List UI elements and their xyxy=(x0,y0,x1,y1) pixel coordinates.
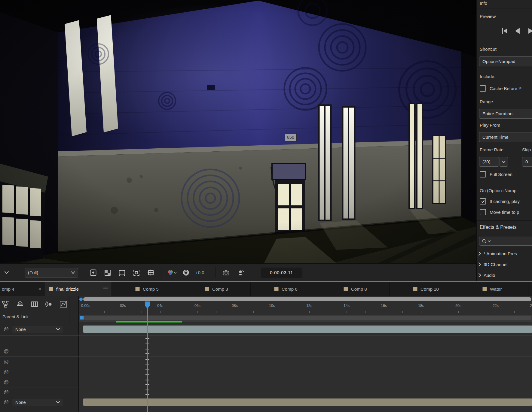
tab-comp8[interactable]: Comp 8 xyxy=(320,282,390,296)
tab-comp10[interactable]: Comp 10 xyxy=(390,282,459,296)
comp-swatch-icon xyxy=(49,287,53,291)
pick-whip-icon[interactable]: @ xyxy=(4,369,9,375)
move-time-label: Move time to p xyxy=(490,210,519,215)
chevron-right-icon xyxy=(478,262,481,266)
shy-layers-icon xyxy=(16,300,24,308)
frame-blending-button[interactable] xyxy=(31,300,38,308)
layer-row[interactable]: @ None xyxy=(0,323,532,336)
pick-whip-icon[interactable]: @ xyxy=(4,389,9,395)
full-screen-checkbox[interactable] xyxy=(480,171,486,177)
tab-comp5[interactable]: Comp 5 xyxy=(112,282,181,296)
resolution-dropdown[interactable]: (Full) xyxy=(25,268,78,277)
exposure-button[interactable] xyxy=(180,268,192,278)
close-icon[interactable]: × xyxy=(38,286,41,292)
comp-swatch-icon xyxy=(482,287,487,291)
previous-frame-button[interactable] xyxy=(514,27,521,35)
work-area-start-handle[interactable] xyxy=(80,316,84,320)
tab-comp4[interactable]: omp 4 × xyxy=(0,282,45,296)
timeline-body: Parent & Link 0:00s 02s 04s 06s 08s 10s … xyxy=(0,296,532,412)
chevron-down-icon xyxy=(56,401,60,403)
if-caching-checkbox[interactable] xyxy=(480,198,486,204)
pick-whip-icon[interactable]: @ xyxy=(4,379,9,385)
show-snapshot-button[interactable] xyxy=(235,268,246,278)
pick-whip-icon[interactable]: @ xyxy=(4,399,9,405)
ruler-tick: 10s xyxy=(269,304,275,308)
ruler-tick: 18s xyxy=(418,304,424,308)
layer-duration-bar[interactable] xyxy=(83,326,532,333)
frame-rate-dropdown[interactable]: (30) xyxy=(479,157,499,167)
layer-row[interactable]: @ xyxy=(0,367,532,377)
comp-swatch-icon xyxy=(274,287,279,291)
fast-previews-button[interactable] xyxy=(87,268,99,278)
preview-panel-title[interactable]: Preview xyxy=(480,14,496,19)
ruler-tick: 12s xyxy=(306,304,312,308)
time-navigator-bar[interactable] xyxy=(83,297,531,301)
graph-editor-button[interactable] xyxy=(60,300,67,308)
work-area-bar[interactable] xyxy=(83,316,531,320)
chevron-down-icon xyxy=(71,271,75,274)
shortcut-dropdown[interactable]: Option+Numpad xyxy=(479,56,532,66)
group-animation-presets[interactable]: * Animation Pres xyxy=(478,251,517,256)
tab-comp6[interactable]: Comp 6 xyxy=(251,282,320,296)
first-frame-button[interactable] xyxy=(501,27,509,35)
preview-transport xyxy=(501,27,532,35)
effects-presets-title[interactable]: Effects & Presets xyxy=(480,225,516,230)
pick-whip-icon[interactable]: @ xyxy=(4,348,9,354)
composition-view[interactable]: 850 xyxy=(0,0,476,263)
info-panel-title[interactable]: Info xyxy=(480,1,487,6)
pick-whip-icon[interactable]: @ xyxy=(4,359,9,365)
layer-row[interactable]: @ xyxy=(0,387,532,397)
grid-guides-button[interactable] xyxy=(145,268,157,278)
play-from-dropdown[interactable]: Current Time xyxy=(479,132,532,142)
divider xyxy=(307,267,307,278)
mini-flowchart-button[interactable] xyxy=(2,300,10,308)
play-from-label: Play From xyxy=(480,123,500,128)
channel-settings-button[interactable] xyxy=(166,268,177,278)
layer-row[interactable]: @ xyxy=(0,377,532,387)
snapshot-button[interactable] xyxy=(220,268,232,278)
comp-swatch-icon xyxy=(413,287,417,291)
cache-before-label: Cache Before P xyxy=(490,86,521,91)
motion-blur-button[interactable] xyxy=(45,300,53,308)
shy-layers-button[interactable] xyxy=(16,300,24,308)
pick-whip-icon[interactable]: @ xyxy=(4,326,9,332)
group-3d-channel[interactable]: 3D Channel xyxy=(478,262,507,267)
magnification-chevron-button[interactable] xyxy=(2,268,11,277)
move-time-checkbox[interactable] xyxy=(480,209,486,215)
playhead-line[interactable] xyxy=(147,301,148,412)
layer-row[interactable]: @ None xyxy=(0,397,532,407)
play-button[interactable] xyxy=(527,27,532,35)
transparency-grid-button[interactable] xyxy=(102,268,113,278)
layer-row[interactable]: @ xyxy=(0,346,532,357)
skip-field[interactable]: 0 xyxy=(522,157,532,167)
group-audio[interactable]: Audio xyxy=(478,273,495,278)
search-icon xyxy=(482,239,487,244)
mask-visibility-icon xyxy=(118,269,126,276)
effects-search-input[interactable] xyxy=(479,237,532,246)
panel-menu-icon[interactable] xyxy=(103,287,108,291)
divider xyxy=(477,8,532,8)
layer-duration-bar[interactable] xyxy=(83,398,532,406)
divider xyxy=(477,220,532,221)
chevron-down-icon xyxy=(502,161,506,163)
ruler-tick: 02s xyxy=(120,304,126,308)
timecode-display[interactable]: 0:00:03:11 xyxy=(261,268,302,278)
tab-final-drizzle[interactable]: final drizzle xyxy=(45,282,112,296)
exposure-value[interactable]: +0.0 xyxy=(195,270,204,275)
mask-visibility-button[interactable] xyxy=(116,268,128,278)
tab-water[interactable]: Water xyxy=(459,282,528,296)
parent-dropdown[interactable]: None xyxy=(12,398,63,406)
layer-row[interactable] xyxy=(0,336,532,346)
region-of-interest-button[interactable] xyxy=(131,268,142,278)
chevron-down-icon xyxy=(488,240,491,242)
range-dropdown[interactable]: Entire Duration xyxy=(479,109,532,119)
parent-dropdown[interactable]: None xyxy=(12,325,63,333)
frame-rate-chevron-button[interactable] xyxy=(500,157,508,167)
layer-row[interactable]: @ xyxy=(0,357,532,367)
motion-blur-icon xyxy=(45,300,53,308)
tab-comp3[interactable]: Comp 3 xyxy=(181,282,251,296)
after-effects-window: 850 xyxy=(0,0,532,412)
cache-before-checkbox[interactable] xyxy=(480,85,486,92)
navigator-start-handle[interactable] xyxy=(79,298,83,301)
graph-editor-icon xyxy=(60,300,67,308)
